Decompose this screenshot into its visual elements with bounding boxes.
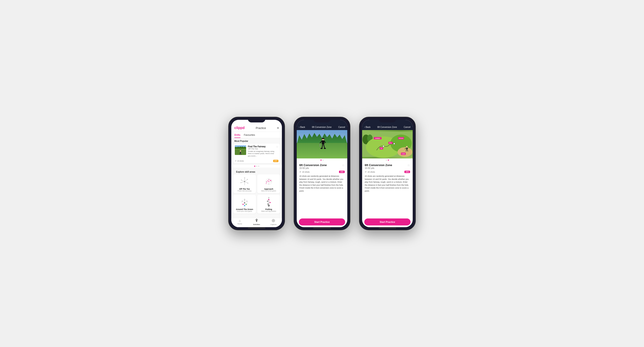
drill-thumbnail [235,145,246,155]
dot2-2 [322,160,324,161]
detail-title-2: 6ft Conversion Zone [312,126,332,128]
atg-desc: Hone your short game [237,210,252,212]
back-button-3[interactable]: ‹ Back [364,126,370,128]
drill-name: Find The Fairway [248,145,274,148]
nav-home[interactable]: ⌂ Home [231,219,248,225]
phone-1: clippd Practice ≡ Drills Favourites Most… [228,117,285,230]
drill-desc: Create an imaginary fairway using trees … [248,150,274,157]
activities-svg [255,219,258,222]
home-indicator-2 [313,228,331,228]
drill-name-2: 6ft Conversion Zone 10-50 yds [299,163,327,170]
skill-areas-section: Explore skill areas [231,168,282,215]
logo: clippd [234,126,244,130]
skill-card-approach[interactable]: Approach Dial-in to hit the green [257,174,280,193]
detail-content-2: 6ft Conversion Zone 10-50 yds ☆ ⏱ 20 sho… [297,162,347,217]
ott-desc: Power and accuracy [238,190,251,192]
capture-label: Capture [270,223,276,225]
favourite-star[interactable]: ☆ [276,145,278,148]
putting-name: Putting [265,208,272,210]
shots-row-2: ⏱ 20 shots ARG [299,171,345,173]
skill-grid: Off The Tee Power and accuracy [233,174,280,214]
nav-capture[interactable]: Capture [265,219,282,225]
dot-2 [256,166,257,167]
dot2-1 [320,160,322,161]
back-label-3: Back [366,126,370,128]
putting-icon-area [263,196,274,207]
back-chevron-3: ‹ [364,126,365,128]
phone-2: ‹ Back 6ft Conversion Zone Cancel [294,117,350,230]
svg-text:SAND: SAND [402,153,405,155]
shots-info: ⏱ 10 shots [235,160,244,162]
svg-text:ROUGH: ROUGH [399,138,403,139]
svg-line-60 [324,141,326,143]
svg-rect-58 [322,140,324,144]
detail-star-2[interactable]: ☆ [342,163,345,167]
back-label-2: Back [300,126,305,128]
notch-2 [313,117,331,122]
svg-line-18 [244,182,248,183]
detail-desc-2: 20 shots are randomly generated at dista… [299,175,345,192]
svg-text:Miss: Miss [389,142,392,144]
phone-3: ‹ Back 6ft Conversion Zone Cancel [359,117,416,230]
svg-line-63 [324,144,324,148]
cancel-button-3[interactable]: Cancel [404,126,410,128]
svg-point-30 [270,180,271,181]
skill-card-atg[interactable]: Around The Green Hone your short game [233,195,256,214]
start-practice-button-3[interactable]: Start Practice [364,218,410,225]
dot3-1 [386,160,387,161]
nav-activities[interactable]: Activities [248,219,265,225]
featured-drill-card[interactable]: Find The Fairway Off The Tee Create an i… [233,144,280,163]
phone1-content: Most Popular [231,138,282,218]
back-button-2[interactable]: ‹ Back [299,126,305,128]
golf-photo [297,130,347,158]
skill-card-ott[interactable]: Off The Tee Power and accuracy [233,174,256,193]
course-illustration: FAIRWAY ROUGH Miss Hit SAND [362,130,413,158]
tab-drills[interactable]: Drills [234,133,240,138]
ott-icon [239,176,250,187]
approach-desc: Dial-in to hit the green [261,190,276,192]
svg-point-50 [256,219,257,220]
putting-icon [263,196,274,207]
bottom-nav: ⌂ Home Activities [231,218,282,227]
menu-icon[interactable]: ≡ [277,126,279,130]
svg-line-17 [241,182,244,183]
cancel-button-2[interactable]: Cancel [338,126,345,128]
capture-svg [272,219,275,222]
home-icon: ⌂ [239,219,240,222]
svg-text:Hit: Hit [381,148,382,149]
svg-point-64 [320,148,323,149]
atg-icon-area [239,196,250,207]
back-chevron-2: ‹ [299,126,300,128]
phones-container: clippd Practice ≡ Drills Favourites Most… [228,117,416,230]
detail-star-3[interactable]: ☆ [407,163,410,167]
svg-point-25 [268,181,269,182]
svg-point-41 [246,204,246,205]
svg-point-73 [394,143,395,144]
tabs-row: Drills Favourites [231,132,282,138]
svg-rect-5 [235,147,246,149]
skill-card-putting[interactable]: Putting Make and lag practice [257,195,280,214]
svg-point-72 [383,145,384,147]
shots-row-3: ⏱ 20 shots ARG [365,171,410,173]
arg-tag-2: ARG [339,171,345,173]
detail-title-3: 6ft Conversion Zone [377,126,397,128]
explore-title: Explore skill areas [233,169,280,174]
screen-1: clippd Practice ≡ Drills Favourites Most… [231,120,282,227]
notch-3 [379,117,396,122]
arg-tag-3: ARG [404,171,410,173]
screen-3: ‹ Back 6ft Conversion Zone Cancel [362,120,413,227]
svg-line-59 [320,141,322,143]
clock-icon-2: ⏱ [299,171,301,173]
svg-point-40 [242,204,244,205]
shots-count-2: ⏱ 20 shots [299,171,310,173]
dot-3 [258,166,259,167]
tab-favourites[interactable]: Favourites [244,133,255,138]
detail-content-3: 6ft Conversion Zone 10-50 yds ☆ ⏱ 20 sho… [362,162,413,217]
course-svg: FAIRWAY ROUGH Miss Hit SAND [362,130,413,158]
header-title: Practice [256,126,266,130]
start-practice-button-2[interactable]: Start Practice [299,218,345,225]
detail-dots-3 [362,158,413,162]
capture-icon [272,219,275,223]
drill-name-3: 6ft Conversion Zone 10-50 yds [365,163,392,170]
clock-icon: ⏱ [235,160,236,162]
